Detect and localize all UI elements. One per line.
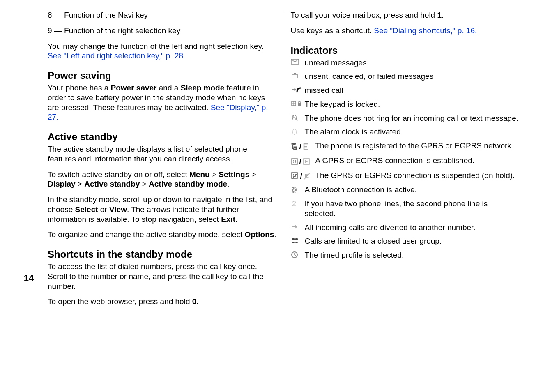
active-standby-menu-path: To switch active standby on or off, sele… [48,170,277,189]
bold-display: Display [48,180,76,188]
gprs-suspended-icon: G / E [291,171,315,181]
indicator-text: The GPRS or EGPRS connection is suspende… [315,171,520,180]
text: Your phone has a [48,83,111,92]
voice-mailbox-paragraph: To call your voice mailbox, press and ho… [291,10,520,20]
heading-indicators: Indicators [291,45,520,56]
bold-exit: Exit [221,215,235,224]
gprs-connected-icon: G / E [291,156,315,166]
alarm-icon [291,127,305,135]
indicator-text: Calls are limited to a closed user group… [305,236,520,246]
indicator-row: 2 If you have two phone lines, the secon… [291,199,520,219]
text: Use keys as a shortcut. [291,26,374,35]
bold-one: 1 [437,11,442,19]
bold-active-standby: Active standby [84,180,140,188]
right-column: To call your voice mailbox, press and ho… [284,10,527,312]
organize-paragraph: To organize and change the active standb… [48,230,277,240]
indicator-row: The timed profile is selected. [291,250,520,260]
bold-options: Options [245,230,274,239]
indicator-row: The alarm clock is activated. [291,127,520,137]
timed-profile-icon [291,250,305,258]
separator: / [300,171,302,181]
bold-view: View [109,205,127,214]
indicator-row: G / E A GPRS or EGPRS connection is esta… [291,156,520,166]
indicator-row: The phone does not ring for an incoming … [291,113,520,123]
line2-icon: 2 [291,199,305,208]
svg-text:2: 2 [292,200,296,208]
indicator-row: unsent, canceled, or failed messages [291,71,520,81]
link-dialing-shortcuts[interactable]: See "Dialing shortcuts," p. 16. [374,26,477,35]
separator: > [140,180,149,188]
svg-text:E: E [305,159,308,164]
text: . [274,230,276,239]
bold-zero: 0 [192,297,197,306]
gprs-registered-icon: / [291,141,315,152]
indicator-text: A GPRS or EGPRS connection is establishe… [315,156,520,166]
indicator-text: The keypad is locked. [305,99,520,109]
keys-shortcut-paragraph: Use keys as a shortcut. See "Dialing sho… [291,26,520,36]
heading-active-standby: Active standby [48,131,277,143]
text: To call your voice mailbox, press and ho… [291,11,437,19]
indicator-row: All incoming calls are diverted to anoth… [291,223,520,233]
separator: > [76,180,85,188]
text: You may change the function of the left … [48,42,264,51]
indicator-text: The phone does not ring for an incoming … [305,113,520,123]
silent-icon [291,113,305,122]
svg-text:G: G [292,159,296,164]
indicator-row: unread messages [291,58,520,68]
page-number: 14 [24,273,34,284]
text: To organize and change the active standb… [48,230,245,239]
indicator-row: The keypad is locked. [291,99,520,109]
outbox-icon [291,71,305,79]
bold-settings: Settings [219,170,249,179]
text: and a [157,83,181,92]
indicator-row: missed call [291,85,520,95]
separator: > [210,170,219,179]
selection-key-paragraph: You may change the function of the left … [48,42,277,61]
web-browser-paragraph: To open the web browser, press and hold … [48,297,277,307]
indicator-text: A Bluetooth connection is active. [305,185,520,195]
indicator-text: missed call [305,85,520,95]
indicator-row: Calls are limited to a closed user group… [291,236,520,246]
power-saving-paragraph: Your phone has a Power saver and a Sleep… [48,83,277,122]
svg-rect-4 [298,103,301,106]
indicator-text: unread messages [305,58,520,68]
indicator-text: The alarm clock is activated. [305,127,520,137]
heading-shortcuts: Shortcuts in the standby mode [48,249,277,260]
bold-sleep-mode: Sleep mode [181,83,225,92]
text: To open the web browser, press and hold [48,297,192,306]
closed-group-icon [291,236,305,244]
heading-power-saving: Power saving [48,70,277,81]
text: To switch active standby on or off, sele… [48,170,189,179]
missed-call-icon [291,85,305,93]
indicator-row: A Bluetooth connection is active. [291,185,520,195]
divert-icon [291,223,305,231]
indicator-text: unsent, canceled, or failed messages [305,71,520,81]
envelope-icon [291,58,305,65]
left-column: 8 — Function of the Navi key 9 — Functio… [41,10,284,312]
bold-active-standby-mode: Active standby mode [149,180,227,188]
text: . [227,180,229,188]
separator: / [299,142,301,152]
keypad-lock-icon [291,99,305,107]
text: or [98,205,109,214]
standby-navigate-paragraph: In the standby mode, scroll up or down t… [48,195,277,224]
indicator-text: The timed profile is selected. [305,250,520,260]
svg-point-6 [294,134,295,136]
text: . [235,215,237,224]
list-item-8: 8 — Function of the Navi key [48,10,277,20]
bold-power-saver: Power saver [111,83,157,92]
dialed-numbers-paragraph: To access the list of dialed numbers, pr… [48,262,277,291]
link-left-right-selection[interactable]: See "Left and right selection key," p. 2… [48,51,185,60]
separator: / [299,157,301,166]
svg-point-18 [292,238,295,240]
indicator-text: If you have two phone lines, the second … [305,199,520,219]
separator: > [249,170,256,179]
svg-point-19 [295,238,298,240]
active-standby-paragraph: The active standby mode displays a list … [48,144,277,164]
text: . [196,297,198,306]
list-item-9: 9 — Function of the right selection key [48,26,277,36]
bold-menu: Menu [189,170,210,179]
bold-select: Select [75,205,98,214]
bluetooth-icon [291,185,305,194]
indicator-row: / The phone is registered to the GPRS or… [291,141,520,152]
